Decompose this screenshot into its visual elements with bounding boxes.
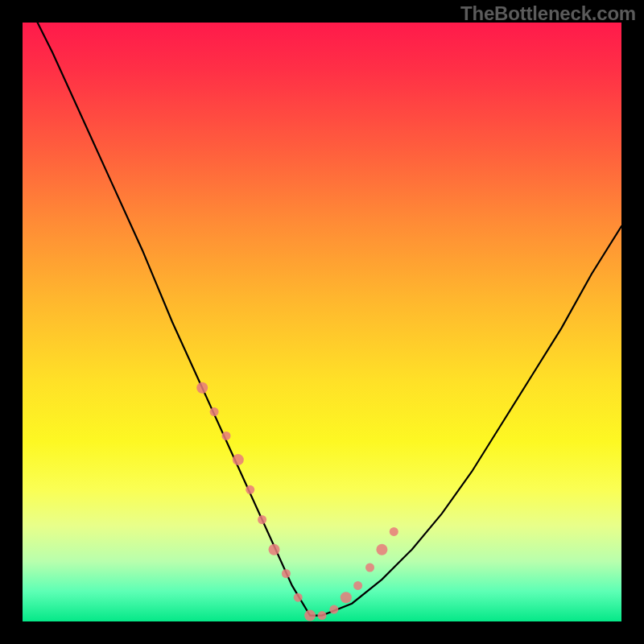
marker-dot bbox=[341, 592, 352, 603]
marker-dot bbox=[390, 527, 398, 536]
marker-dot bbox=[196, 382, 208, 394]
marker-dot bbox=[353, 581, 362, 590]
marker-dot bbox=[222, 431, 231, 440]
marker-dot bbox=[282, 569, 291, 578]
marker-dot bbox=[318, 611, 327, 620]
marker-dot bbox=[294, 593, 303, 602]
marker-dot bbox=[210, 407, 219, 416]
marker-dot bbox=[233, 454, 244, 465]
plot-area bbox=[23, 23, 621, 621]
chart-frame: TheBottleneck.com bbox=[0, 0, 644, 644]
bottleneck-curve bbox=[23, 23, 621, 621]
marker-dot bbox=[246, 485, 254, 494]
marker-dot bbox=[304, 610, 316, 621]
marker-dot bbox=[258, 515, 266, 524]
watermark-text: TheBottleneck.com bbox=[460, 2, 636, 25]
marker-dot bbox=[365, 564, 374, 572]
marker-dot bbox=[269, 544, 280, 555]
marker-dot bbox=[329, 605, 338, 614]
curve-markers bbox=[196, 382, 398, 621]
curve-line bbox=[23, 23, 621, 616]
marker-dot bbox=[376, 544, 387, 555]
